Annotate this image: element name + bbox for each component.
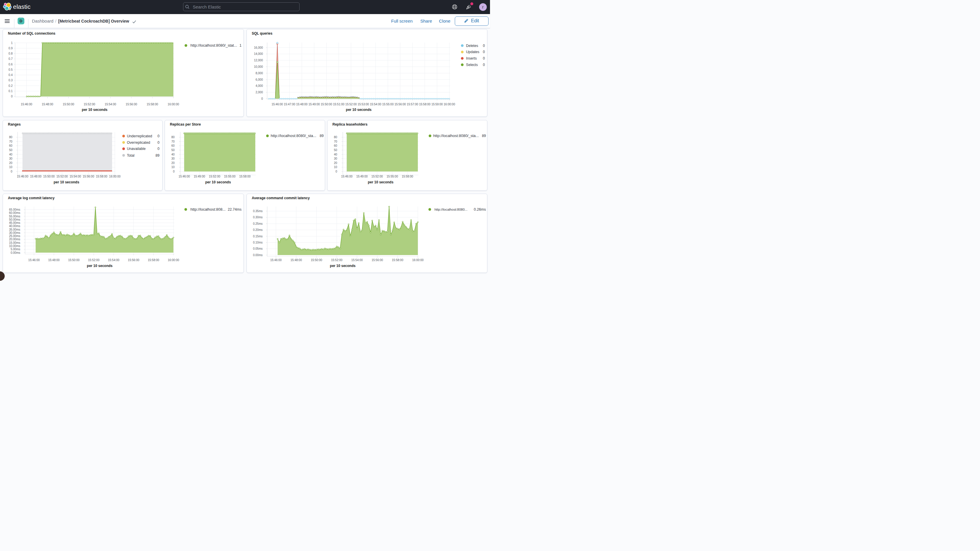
svg-text:0: 0 <box>483 63 485 67</box>
svg-text:20: 20 <box>171 161 175 164</box>
svg-text:15:53:00: 15:53:00 <box>357 103 369 106</box>
svg-text:10: 10 <box>171 166 175 169</box>
svg-text:15:52:00: 15:52:00 <box>56 175 68 178</box>
svg-text:15:56:00: 15:56:00 <box>126 103 137 106</box>
svg-text:0: 0 <box>11 95 13 98</box>
svg-text:15:54:00: 15:54:00 <box>105 103 116 106</box>
svg-text:15:55:00: 15:55:00 <box>224 175 235 178</box>
svg-text:15:46:00: 15:46:00 <box>178 175 190 178</box>
svg-text:Inserts: Inserts <box>466 56 477 61</box>
svg-text:http://localhost:8080/_sta...: http://localhost:8080/_sta... <box>433 134 479 138</box>
svg-text:70: 70 <box>334 140 337 143</box>
svg-text:5.00ms: 5.00ms <box>11 248 20 251</box>
svg-text:15:54:00: 15:54:00 <box>70 175 81 178</box>
svg-text:0: 0 <box>336 170 337 173</box>
svg-text:15:55:00: 15:55:00 <box>382 103 393 106</box>
svg-text:15:50:00: 15:50:00 <box>68 258 80 262</box>
svg-text:20: 20 <box>9 161 13 164</box>
svg-text:60: 60 <box>9 144 13 147</box>
svg-text:15:49:00: 15:49:00 <box>194 175 205 178</box>
svg-text:15:56:00: 15:56:00 <box>371 258 383 262</box>
svg-text:50.00ms: 50.00ms <box>9 218 20 221</box>
svg-text:15:58:00: 15:58:00 <box>392 258 403 262</box>
svg-text:0.4: 0.4 <box>8 73 13 76</box>
svg-text:1: 1 <box>11 41 13 45</box>
svg-text:15:52:00: 15:52:00 <box>345 103 356 106</box>
svg-text:40.00ms: 40.00ms <box>9 225 20 228</box>
svg-text:15:46:00: 15:46:00 <box>17 175 29 178</box>
svg-text:15:49:00: 15:49:00 <box>309 103 320 106</box>
svg-text:Average log commit latency: Average log commit latency <box>8 196 54 200</box>
svg-text:0.00ms: 0.00ms <box>253 253 262 257</box>
svg-text:0.26ms: 0.26ms <box>474 207 485 212</box>
svg-text:70: 70 <box>9 140 13 143</box>
svg-text:Replica leaseholders: Replica leaseholders <box>332 122 368 126</box>
svg-text:15:58:00: 15:58:00 <box>402 175 413 178</box>
svg-text:per 10 seconds: per 10 seconds <box>54 180 80 184</box>
svg-text:35.00ms: 35.00ms <box>9 228 20 231</box>
svg-text:0.10ms: 0.10ms <box>253 241 262 244</box>
svg-text:60: 60 <box>334 144 337 147</box>
svg-text:15:50:00: 15:50:00 <box>311 258 322 262</box>
svg-text:0.1: 0.1 <box>8 89 13 93</box>
svg-text:15:46:00: 15:46:00 <box>270 258 282 262</box>
svg-text:0.2: 0.2 <box>8 84 13 88</box>
svg-text:0.9: 0.9 <box>8 47 13 50</box>
svg-text:16:00:00: 16:00:00 <box>167 103 179 106</box>
svg-text:15:46:00: 15:46:00 <box>21 103 32 106</box>
svg-text:15:46:00: 15:46:00 <box>341 175 352 178</box>
svg-text:15:58:00: 15:58:00 <box>96 175 107 178</box>
svg-text:0.30ms: 0.30ms <box>253 216 262 219</box>
svg-text:0: 0 <box>158 134 160 138</box>
svg-text:16,000: 16,000 <box>254 46 263 49</box>
svg-text:0.05ms: 0.05ms <box>253 247 262 250</box>
svg-text:89: 89 <box>320 134 324 138</box>
svg-text:16:00:00: 16:00:00 <box>444 103 455 106</box>
svg-text:0: 0 <box>483 56 485 61</box>
svg-text:0: 0 <box>158 147 160 151</box>
svg-text:15:54:00: 15:54:00 <box>108 258 119 262</box>
svg-text:15:56:00: 15:56:00 <box>128 258 139 262</box>
svg-text:15:56:00: 15:56:00 <box>395 103 406 106</box>
svg-text:40: 40 <box>334 153 337 156</box>
svg-text:89: 89 <box>482 134 486 138</box>
svg-text:70: 70 <box>171 140 175 143</box>
svg-text:Unavailable: Unavailable <box>127 147 146 151</box>
svg-text:10: 10 <box>334 166 337 169</box>
svg-text:15:55:00: 15:55:00 <box>387 175 398 178</box>
svg-text:per 10 seconds: per 10 seconds <box>330 264 356 268</box>
svg-text:15:52:00: 15:52:00 <box>88 258 99 262</box>
svg-text:0: 0 <box>483 44 485 48</box>
svg-text:15:59:00: 15:59:00 <box>431 103 443 106</box>
svg-text:15:52:00: 15:52:00 <box>208 175 220 178</box>
svg-text:15:49:00: 15:49:00 <box>356 175 368 178</box>
svg-text:0: 0 <box>11 170 12 173</box>
svg-text:Selects: Selects <box>466 63 478 67</box>
svg-text:SQL queries: SQL queries <box>252 32 272 35</box>
svg-text:0: 0 <box>173 170 175 173</box>
svg-text:0.3: 0.3 <box>8 79 13 82</box>
svg-text:0.7: 0.7 <box>8 57 13 61</box>
svg-text:2,000: 2,000 <box>255 91 262 94</box>
svg-text:40: 40 <box>9 153 13 156</box>
svg-text:15:50:00: 15:50:00 <box>43 175 54 178</box>
svg-text:6,000: 6,000 <box>255 78 262 81</box>
svg-text:0.35ms: 0.35ms <box>253 210 262 213</box>
svg-text:15:50:00: 15:50:00 <box>63 103 74 106</box>
svg-text:http://localhost:8080...: http://localhost:8080... <box>434 208 468 211</box>
svg-text:15:48:00: 15:48:00 <box>42 103 53 106</box>
svg-text:10: 10 <box>9 166 13 169</box>
svg-text:10,000: 10,000 <box>254 65 263 68</box>
svg-text:15:57:00: 15:57:00 <box>407 103 418 106</box>
svg-text:50: 50 <box>171 148 175 152</box>
svg-text:40: 40 <box>171 153 175 156</box>
svg-text:30: 30 <box>9 157 13 160</box>
svg-text:0.8: 0.8 <box>8 52 13 55</box>
svg-text:25.00ms: 25.00ms <box>9 234 20 238</box>
svg-text:60.00ms: 60.00ms <box>9 211 20 215</box>
svg-text:50: 50 <box>9 148 13 152</box>
svg-text:Replicas per Store: Replicas per Store <box>170 122 201 126</box>
svg-text:Updates: Updates <box>466 50 479 54</box>
svg-text:per 10 seconds: per 10 seconds <box>82 108 108 112</box>
svg-text:http://localhost:808...: http://localhost:808... <box>191 207 226 212</box>
